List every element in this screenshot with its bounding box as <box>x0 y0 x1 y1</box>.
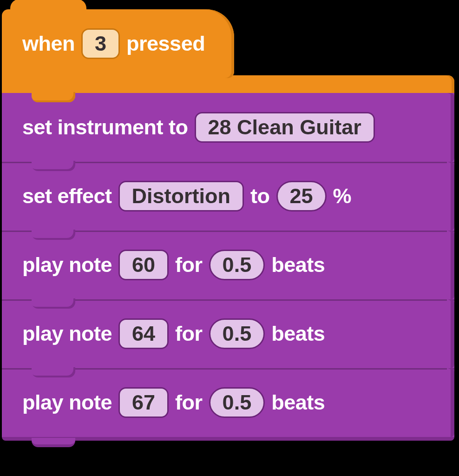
label-for: for <box>175 390 203 415</box>
label-to: to <box>250 184 269 208</box>
beats-input[interactable]: 0.5 <box>209 250 265 280</box>
hat-body: when 3 pressed <box>2 9 234 78</box>
label-set-instrument: set instrument to <box>22 115 188 139</box>
beats-input[interactable]: 0.5 <box>209 387 265 418</box>
note-input[interactable]: 67 <box>118 387 169 418</box>
hat-label-pressed: pressed <box>126 32 205 56</box>
stack-bottom-nub <box>32 438 75 447</box>
block-set-instrument[interactable]: set instrument to 28 Clean Guitar <box>2 93 454 162</box>
beats-input[interactable]: 0.5 <box>209 318 265 349</box>
label-for: for <box>175 322 203 346</box>
label-play-note: play note <box>22 390 112 415</box>
block-play-note[interactable]: play note 67 for 0.5 beats <box>2 368 454 437</box>
effect-dropdown[interactable]: Distortion <box>118 181 244 212</box>
key-input[interactable]: 3 <box>81 28 120 59</box>
hat-label-when: when <box>22 32 75 56</box>
effect-value-input[interactable]: 25 <box>276 181 327 212</box>
hat-nub <box>32 92 75 102</box>
note-input[interactable]: 60 <box>118 250 169 280</box>
instrument-dropdown[interactable]: 28 Clean Guitar <box>195 112 375 143</box>
label-play-note: play note <box>22 253 112 277</box>
label-set-effect: set effect <box>22 184 112 208</box>
block-nub <box>32 367 75 377</box>
hat-block-when-key-pressed[interactable]: when 3 pressed <box>2 9 454 93</box>
block-nub <box>32 230 75 240</box>
label-percent: % <box>333 184 352 208</box>
label-play-note: play note <box>22 322 112 346</box>
block-stack: when 3 pressed set instrument to 28 Clea… <box>2 9 459 441</box>
block-play-note[interactable]: play note 64 for 0.5 beats <box>2 299 454 368</box>
note-input[interactable]: 64 <box>118 318 169 349</box>
block-set-effect[interactable]: set effect Distortion to 25 % <box>2 162 454 231</box>
block-play-note[interactable]: play note 60 for 0.5 beats <box>2 231 454 299</box>
stack-bottom-edge <box>2 437 454 441</box>
label-beats: beats <box>271 322 325 346</box>
block-nub <box>32 298 75 309</box>
block-nub <box>32 161 75 171</box>
label-beats: beats <box>271 390 325 415</box>
label-beats: beats <box>271 253 325 277</box>
label-for: for <box>175 253 203 277</box>
